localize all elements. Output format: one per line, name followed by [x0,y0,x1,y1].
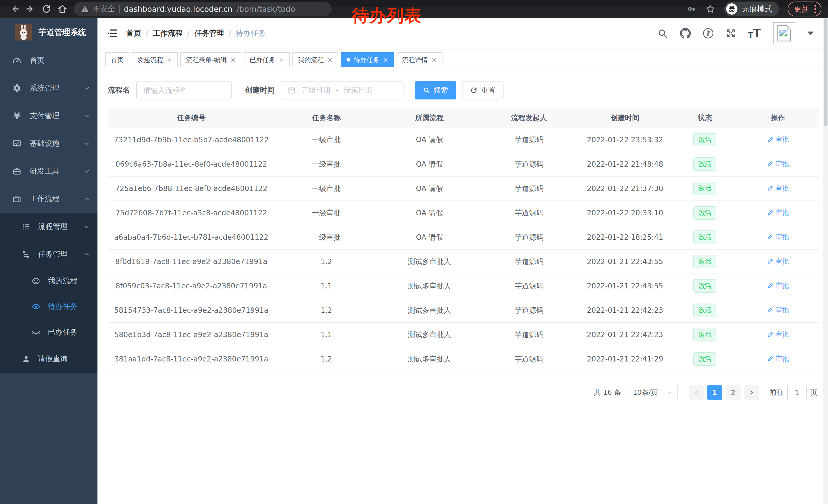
browser-home-button[interactable] [54,1,70,17]
cell-actions: 审批 [737,274,819,298]
process-name-input[interactable] [136,81,232,99]
tab-process-detail[interactable]: 流程详情× [397,52,443,67]
browser-reload-button[interactable] [38,1,54,17]
fullscreen-icon[interactable] [726,28,736,39]
goto-page-input[interactable] [787,385,807,400]
address-bar[interactable]: ! 不安全 dashboard.yudao.iocoder.cn/bpm/tas… [74,2,332,16]
github-icon[interactable] [680,28,691,39]
sidebar-item-label: 系统管理 [30,83,59,93]
breadcrumb-home[interactable]: 首页 [126,28,141,39]
sidebar-item-devtools[interactable]: 研发工具 [0,157,97,185]
sidebar-item-system[interactable]: 系统管理 [0,74,97,102]
close-icon[interactable]: × [383,56,388,63]
help-icon[interactable]: ? [703,28,713,39]
edit-pen-icon [767,282,774,289]
cell-created: 2022-01-22 18:25:41 [577,225,673,249]
tab-todo-tasks[interactable]: 待办任务× [341,52,394,67]
sidebar-item-infra[interactable]: 基础设施 [0,130,97,157]
close-icon[interactable]: × [279,56,284,63]
page-button-1[interactable]: 1 [707,385,722,400]
chevron-down-icon [83,85,90,92]
table-row: 58154733-7ac8-11ec-a9e2-a2380e71991a1.2测… [108,298,819,322]
approve-link[interactable]: 审批 [767,135,789,144]
password-key-icon[interactable] [687,4,696,14]
close-icon[interactable]: × [230,56,236,63]
filter-bar: 流程名 创建时间 开始日期 - 结束日期 搜索 重置 [108,81,819,99]
sidebar-logo-row[interactable]: 芋道管理系统 [0,18,97,47]
page-button-2[interactable]: 2 [726,385,741,400]
approve-link[interactable]: 审批 [767,208,789,217]
font-size-icon[interactable]: TT [748,28,761,39]
date-range-picker[interactable]: 开始日期 - 结束日期 [281,81,404,99]
cell-starter: 芋道源码 [481,176,577,201]
browser-back-button[interactable] [7,1,23,17]
approve-link[interactable]: 审批 [767,184,789,193]
close-icon[interactable]: × [327,56,333,63]
incognito-badge: 无痕模式 [724,2,779,16]
approve-link[interactable]: 审批 [767,281,789,290]
cell-starter: 芋道源码 [481,152,577,176]
logo-image [15,24,32,41]
page-scrollbar[interactable] [823,18,828,504]
breadcrumb-workflow[interactable]: 工作流程 [153,28,182,39]
tab-done-tasks[interactable]: 已办任务× [244,52,290,67]
sidebar-item-home[interactable]: 首页 [0,47,97,74]
close-icon[interactable]: × [167,56,172,63]
sidebar-item-label: 已办任务 [48,327,78,337]
sidebar-item-workflow[interactable]: 工作流程 [0,185,97,213]
cell-starter: 芋道源码 [481,347,577,371]
sidebar-item-done-tasks[interactable]: 已办任务 [0,319,97,345]
col-task-id: 任务编号 [108,108,275,128]
tab-start-process[interactable]: 发起流程× [132,52,178,67]
security-label[interactable]: 不安全 [93,4,115,14]
search-button[interactable]: 搜索 [415,81,456,99]
chevron-up-icon [83,195,90,202]
tab-process-form-edit[interactable]: 流程表单-编辑× [180,52,241,67]
bookmark-star-icon[interactable] [705,4,715,14]
sidebar-item-process-mgmt[interactable]: 流程管理 [0,213,97,240]
sidebar-item-leave-query[interactable]: 请假查询 [0,345,97,373]
col-task-name: 任务名称 [275,108,378,128]
approve-link[interactable]: 审批 [767,159,789,169]
close-icon[interactable]: × [431,56,437,63]
broken-image-icon [777,25,792,42]
header-search-icon[interactable] [657,28,668,39]
browser-update-button[interactable]: 更新 [788,2,821,16]
sidebar-collapse-button[interactable] [105,26,120,41]
incognito-label: 无痕模式 [742,4,772,14]
prev-page-button[interactable] [689,385,704,400]
status-badge: 激活 [693,206,716,220]
reset-button[interactable]: 重置 [462,81,503,99]
app-header: 首页 / 工作流程 / 任务管理 / 待办任务 ? TT [97,18,828,49]
approve-link[interactable]: 审批 [767,257,789,266]
chevron-down-icon [667,390,673,396]
sidebar-item-task-mgmt[interactable]: 任务管理 [0,240,97,268]
approve-link[interactable]: 审批 [767,330,789,339]
smiley-face-icon [31,277,41,285]
sidebar-item-todo-tasks[interactable]: 待办任务 [0,294,97,319]
cell-actions: 审批 [737,225,819,249]
org-tree-icon [21,250,31,259]
browser-forward-button[interactable] [23,1,38,17]
approve-link[interactable]: 审批 [767,232,789,241]
sidebar-item-payment[interactable]: ¥ 支付管理 [0,102,97,130]
page-size-select[interactable]: 10条/页 [628,385,678,400]
avatar-dropdown-caret[interactable] [808,32,814,35]
browser-menu-icon[interactable] [815,5,818,13]
tab-my-process[interactable]: 我的流程× [292,52,338,67]
sidebar-item-my-process[interactable]: 我的流程 [0,268,97,294]
table-row: 73211d9d-7b9b-11ec-b5b7-acde48001122一级审批… [108,128,819,152]
edit-pen-icon [767,355,774,362]
scrollbar-thumb[interactable] [824,18,827,126]
tab-home[interactable]: 首页 [105,52,129,67]
approve-link[interactable]: 审批 [767,354,789,363]
avatar[interactable] [773,22,795,44]
cell-task-id: 725a1eb6-7b88-11ec-8ef0-acde48001122 [108,176,275,201]
cell-status: 激活 [673,249,737,274]
create-time-label: 创建时间 [245,85,275,95]
cell-created: 2022-01-21 22:41:29 [577,347,673,371]
next-page-button[interactable] [744,385,759,400]
chevron-up-icon [83,251,90,258]
breadcrumb-task-mgmt[interactable]: 任务管理 [195,28,224,39]
approve-link[interactable]: 审批 [767,306,789,315]
